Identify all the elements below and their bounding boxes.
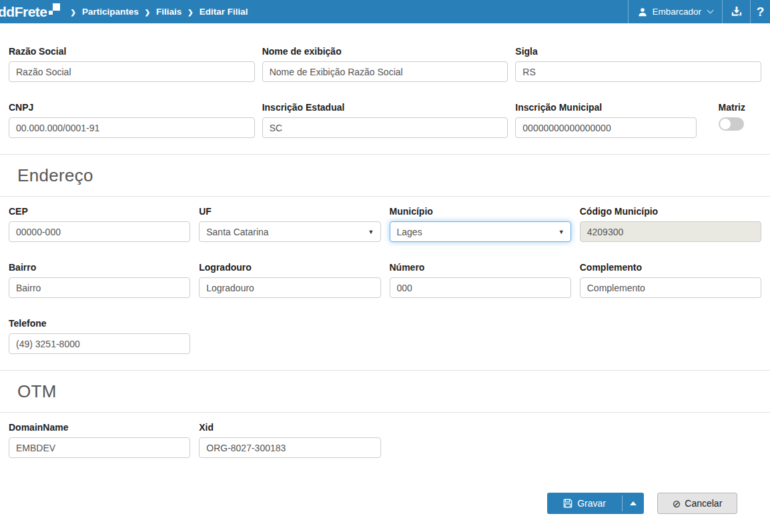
breadcrumb-editar-filial[interactable]: Editar Filial [200,7,248,17]
inscricao-municipal-label: Inscrição Municipal [515,102,697,113]
app-logo-text: ddFrete [0,4,47,20]
xid-input[interactable] [199,437,380,458]
chevron-right-icon: ❯ [71,9,76,16]
cancelar-button-label: Cancelar [685,498,722,509]
person-icon [638,7,647,17]
user-menu-button[interactable]: Embarcador [628,0,722,23]
otm-section-title: OTM [17,380,753,403]
uf-label: UF [199,206,380,217]
inscricao-estadual-label: Inscrição Estadual [262,102,508,113]
cancelar-button[interactable]: ⊘ Cancelar [657,493,737,514]
download-icon [731,6,743,17]
breadcrumb-filiais[interactable]: Filiais [156,7,181,17]
municipio-label: Município [390,206,571,217]
cep-label: CEP [9,206,190,217]
telefone-label: Telefone [9,318,190,329]
xid-label: Xid [199,422,380,433]
gravar-button-label: Gravar [577,498,606,509]
cnpj-label: CNPJ [9,102,255,113]
razao-social-input[interactable] [9,61,255,82]
cancel-icon: ⊘ [673,499,681,509]
help-button[interactable]: ? [750,0,770,23]
nome-exibicao-label: Nome de exibição [262,46,508,57]
cep-input[interactable] [9,221,190,242]
gravar-button[interactable]: Gravar [547,493,622,514]
chevron-right-icon: ❯ [145,9,150,16]
municipio-select[interactable]: Lages ▼ [390,221,571,242]
uf-select-value: Santa Catarina [206,227,268,237]
logo-mark-icon [49,3,60,15]
bairro-label: Bairro [9,262,190,273]
sigla-input[interactable] [515,61,761,82]
caret-up-icon [630,501,637,505]
otm-section-header: OTM [0,370,770,413]
app-header: ddFrete ❯ Participantes ❯ Filiais ❯ Edit… [0,0,770,23]
nome-exibicao-input[interactable] [262,61,508,82]
matriz-label: Matriz [719,102,745,113]
complemento-label: Complemento [580,262,761,273]
matriz-toggle[interactable] [719,117,744,131]
gravar-dropdown-toggle[interactable] [623,493,644,514]
select-caret-icon: ▼ [368,229,374,235]
endereco-section-title: Endereço [17,164,753,187]
breadcrumb-participantes[interactable]: Participantes [82,7,139,17]
codigo-municipio-label: Código Município [580,206,761,217]
breadcrumb: ❯ Participantes ❯ Filiais ❯ Editar Filia… [71,0,248,23]
download-button[interactable] [722,0,750,23]
app-logo[interactable]: ddFrete [0,0,60,23]
toggle-knob [720,119,731,129]
help-icon: ? [757,5,765,19]
edit-filial-form: Razão Social Nome de exibição Sigla CNPJ… [0,23,770,514]
chevron-right-icon: ❯ [187,9,193,16]
select-caret-icon: ▼ [558,229,564,235]
razao-social-label: Razão Social [9,46,255,57]
floppy-icon [563,499,572,508]
codigo-municipio-input [580,221,761,242]
logradouro-input[interactable] [199,277,380,298]
telefone-input[interactable] [9,333,190,354]
gravar-split-button: Gravar [547,493,644,514]
domainname-label: DomainName [9,422,190,433]
inscricao-estadual-input[interactable] [262,117,508,138]
bairro-input[interactable] [9,277,190,298]
complemento-input[interactable] [580,277,761,298]
user-menu-label: Embarcador [652,7,701,17]
numero-input[interactable] [390,277,571,298]
municipio-select-value: Lages [397,227,422,237]
logradouro-label: Logradouro [199,262,380,273]
cnpj-input[interactable] [9,117,255,138]
endereco-section-header: Endereço [0,154,770,197]
domainname-input[interactable] [9,437,190,458]
sigla-label: Sigla [515,46,761,57]
inscricao-municipal-input[interactable] [515,117,697,138]
chevron-down-icon [707,7,714,14]
numero-label: Número [390,262,571,273]
uf-select[interactable]: Santa Catarina ▼ [199,221,380,242]
